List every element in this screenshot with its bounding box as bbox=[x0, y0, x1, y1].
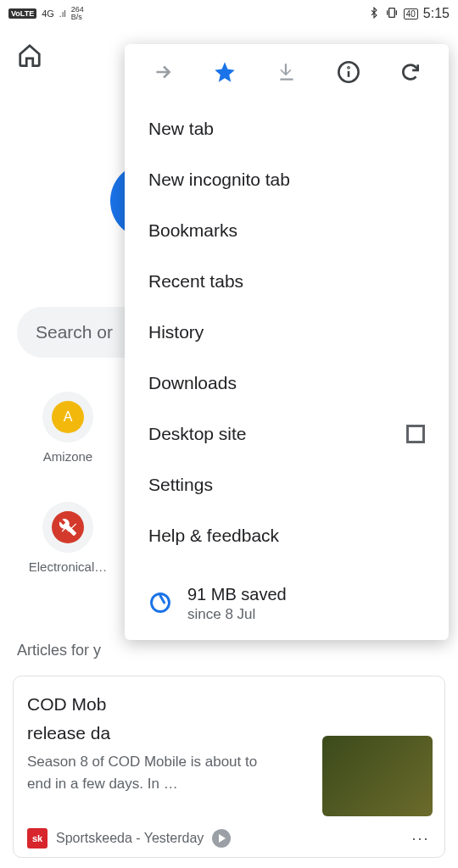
menu-item-bookmarks[interactable]: Bookmarks bbox=[125, 205, 449, 256]
menu-item-help[interactable]: Help & feedback bbox=[125, 510, 449, 561]
menu-item-desktop-site[interactable]: Desktop site bbox=[125, 409, 449, 459]
signal-bars-icon: .ıl bbox=[59, 9, 66, 19]
menu-item-recent-tabs[interactable]: Recent tabs bbox=[125, 256, 449, 307]
bookmark-star-icon[interactable] bbox=[212, 59, 237, 85]
desktop-site-checkbox[interactable] bbox=[406, 425, 425, 443]
article-description: Season 8 of COD Mobile is about to end i… bbox=[27, 751, 282, 795]
articles-header: Articles for y bbox=[17, 642, 101, 659]
volte-badge: VoLTE bbox=[8, 8, 36, 19]
forward-icon[interactable] bbox=[150, 59, 176, 85]
network-speed: 264 B/s bbox=[71, 6, 84, 21]
status-bar: VoLTE 4G .ıl 264 B/s 40 5:15 bbox=[0, 0, 458, 27]
data-saver-amount: 91 MB saved bbox=[187, 585, 287, 604]
play-icon[interactable] bbox=[212, 829, 231, 848]
menu-item-history[interactable]: History bbox=[125, 307, 449, 358]
menu-item-new-tab[interactable]: New tab bbox=[125, 103, 449, 154]
source-logo: sk bbox=[27, 828, 47, 849]
download-icon[interactable] bbox=[274, 59, 299, 85]
vibrate-icon bbox=[385, 6, 399, 22]
search-placeholder: Search or bbox=[36, 322, 113, 342]
shortcut-label: Electronical… bbox=[21, 559, 114, 574]
bluetooth-icon bbox=[368, 7, 380, 21]
menu-item-incognito[interactable]: New incognito tab bbox=[125, 154, 449, 205]
refresh-icon[interactable] bbox=[398, 59, 423, 85]
menu-item-downloads[interactable]: Downloads bbox=[125, 358, 449, 409]
shortcut-label: Amizone bbox=[21, 449, 114, 464]
menu-item-settings[interactable]: Settings bbox=[125, 459, 449, 510]
article-source: Sportskeeda - Yesterday bbox=[56, 831, 204, 846]
overflow-menu: New tab New incognito tab Bookmarks Rece… bbox=[125, 44, 449, 640]
article-card[interactable]: COD Mob release da Season 8 of COD Mobil… bbox=[13, 676, 445, 858]
info-icon[interactable] bbox=[336, 59, 361, 85]
home-button[interactable] bbox=[17, 42, 42, 71]
svg-rect-0 bbox=[388, 8, 394, 17]
data-saver-since: since 8 Jul bbox=[187, 606, 287, 623]
more-options-icon[interactable]: ⋮ bbox=[411, 831, 431, 846]
article-thumbnail bbox=[322, 736, 433, 816]
svg-point-4 bbox=[349, 67, 349, 68]
shortcut-amizone[interactable]: A Amizone bbox=[17, 392, 119, 464]
data-saver-icon bbox=[148, 591, 172, 618]
battery-indicator: 40 bbox=[404, 8, 418, 19]
shortcut-electronical[interactable]: Electronical… bbox=[17, 502, 119, 574]
clock: 5:15 bbox=[423, 6, 450, 21]
signal-indicator: 4G bbox=[42, 8, 54, 19]
menu-item-data-saver[interactable]: 91 MB saved since 8 Jul bbox=[125, 571, 449, 632]
